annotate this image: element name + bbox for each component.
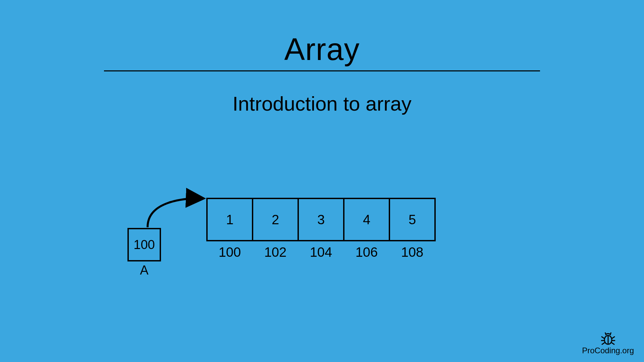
- array-cell: 1: [206, 198, 253, 241]
- array-cell: 2: [252, 198, 299, 241]
- pointer-value: 100: [133, 238, 155, 252]
- brand-block: ProCoding.org: [582, 332, 634, 355]
- cell-value: 5: [409, 212, 416, 227]
- address-label: 108: [389, 245, 436, 260]
- array-cell: 4: [343, 198, 390, 241]
- svg-line-3: [610, 333, 611, 335]
- svg-line-8: [602, 343, 605, 345]
- cell-value: 3: [317, 212, 325, 227]
- address-label: 106: [343, 245, 390, 260]
- svg-line-2: [605, 333, 606, 335]
- svg-line-4: [601, 337, 604, 339]
- cell-value: 4: [363, 212, 370, 227]
- array-diagram: 100 A 1 2 3 4 5 100 102 104 106 108: [127, 198, 463, 298]
- title-block: Array: [104, 32, 540, 71]
- array-cell: 5: [389, 198, 436, 241]
- address-label: 100: [206, 245, 253, 260]
- svg-line-5: [612, 337, 615, 339]
- title-underline: [104, 70, 540, 71]
- pointer-box: 100: [127, 228, 161, 261]
- pointer-arrow: [141, 188, 215, 235]
- address-label: 104: [298, 245, 344, 260]
- cell-value: 1: [226, 212, 233, 227]
- array-cells-row: 1 2 3 4 5: [206, 198, 436, 241]
- svg-line-9: [611, 343, 614, 345]
- page-subtitle: Introduction to array: [0, 92, 644, 115]
- page-title: Array: [104, 32, 540, 67]
- cell-value: 2: [272, 212, 279, 227]
- array-cell: 3: [298, 198, 344, 241]
- address-row: 100 102 104 106 108: [206, 245, 436, 260]
- pointer-label: A: [127, 263, 161, 278]
- brand-text: ProCoding.org: [582, 346, 634, 355]
- address-label: 102: [252, 245, 299, 260]
- bug-icon: [600, 332, 616, 345]
